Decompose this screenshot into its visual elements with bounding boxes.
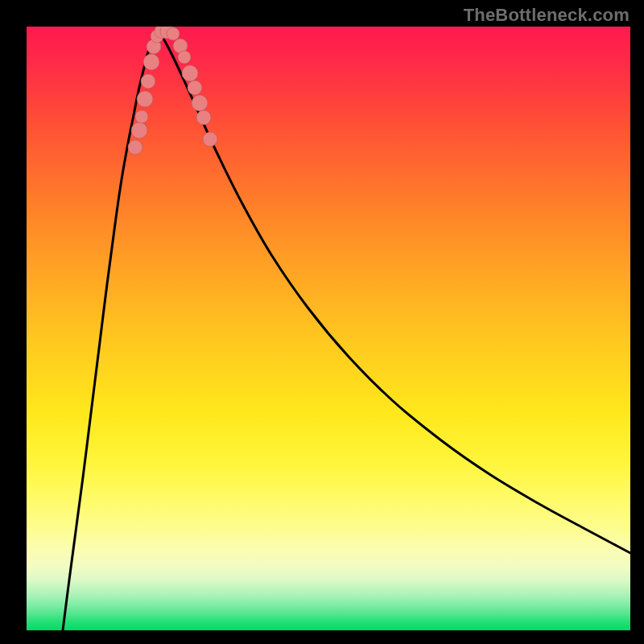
chart-stage: TheBottleneck.com	[0, 0, 644, 644]
marker-dot	[141, 74, 155, 89]
marker-dot	[203, 132, 217, 147]
marker-dot	[192, 95, 208, 111]
curve-layer	[27, 27, 630, 630]
marker-dot	[131, 122, 147, 138]
curve-markers	[128, 27, 217, 155]
curve-right	[158, 31, 630, 553]
watermark-text: TheBottleneck.com	[464, 5, 630, 26]
marker-dot	[137, 91, 153, 107]
marker-dot	[167, 27, 180, 40]
marker-dot	[128, 140, 142, 155]
marker-dot	[196, 110, 211, 125]
marker-dot	[135, 110, 148, 123]
plot-area	[27, 27, 630, 630]
marker-dot	[182, 65, 198, 81]
marker-dot	[178, 51, 191, 64]
marker-dot	[188, 80, 202, 95]
marker-dot	[143, 54, 159, 70]
